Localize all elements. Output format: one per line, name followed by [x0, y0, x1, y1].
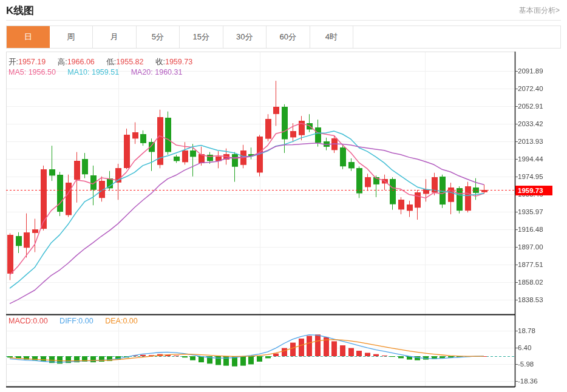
- page-title: K线图: [6, 4, 34, 18]
- price-axis-label: 1858.02: [518, 278, 554, 286]
- diff-value: 0.00: [78, 317, 93, 325]
- tab-bar-filler: [353, 26, 560, 48]
- close-value: 1959.73: [165, 58, 192, 66]
- tab-5-idle[interactable]: 30分: [223, 26, 267, 48]
- interval-tab-bar: 日周月5分15分30分60分4时: [6, 25, 561, 49]
- macd-value: 0.00: [33, 317, 47, 325]
- ma20-value: 1960.31: [155, 68, 182, 76]
- ma5-label: MA5:: [8, 68, 26, 76]
- ma-readout: MA5: 1956.50 MA10: 1959.51 MA20: 1960.31: [8, 68, 182, 76]
- high-label: 高:: [58, 58, 67, 66]
- open-value: 1957.19: [18, 58, 46, 66]
- tab-6-idle[interactable]: 60分: [267, 26, 310, 48]
- macd-axis-label: 18.78: [518, 326, 554, 335]
- ma10-value: 1959.51: [92, 68, 119, 76]
- price-axis-label: 2033.42: [518, 120, 554, 128]
- tab-4-idle[interactable]: 15分: [180, 26, 223, 48]
- tab-3-idle[interactable]: 5分: [137, 26, 180, 48]
- kline-widget: K线图 基本面分析> 日周月5分15分30分60分4时 开:1957.19 高:…: [0, 0, 567, 392]
- price-axis-label: 2013.93: [518, 137, 554, 146]
- diff-label: DIFF:: [59, 317, 78, 325]
- ohlc-readout: 开:1957.19 高:1966.06 低:1955.82 收:1959.73: [8, 57, 192, 67]
- tab-7-idle[interactable]: 4时: [310, 26, 354, 48]
- price-axis-label: 1935.97: [518, 208, 554, 216]
- tab-2-idle[interactable]: 月: [93, 26, 137, 48]
- close-label: 收:: [155, 58, 165, 66]
- price-axis-label: 1974.95: [518, 172, 554, 181]
- price-axis-label: 2091.89: [518, 67, 554, 75]
- dea-value: 0.00: [123, 317, 137, 325]
- macd-axis-label: 6.40: [518, 343, 554, 352]
- ma20-label: MA20:: [131, 68, 153, 76]
- low-value: 1955.82: [116, 58, 143, 66]
- open-label: 开:: [8, 58, 18, 66]
- ma5-value: 1956.50: [29, 68, 56, 76]
- price-axis-label: 2052.91: [518, 102, 554, 110]
- high-value: 1966.06: [67, 58, 95, 66]
- tab-0-active[interactable]: 日: [7, 26, 50, 48]
- macd-axis-label: -18.36: [518, 377, 554, 385]
- dea-label: DEA:: [105, 317, 123, 325]
- tab-1-idle[interactable]: 周: [50, 26, 93, 48]
- price-axis-label: 2072.40: [518, 84, 554, 93]
- price-axis-label: 1877.51: [518, 260, 554, 269]
- price-axis-label: 1994.44: [518, 155, 554, 163]
- last-price-badge: 1959.73: [515, 186, 552, 195]
- low-label: 低:: [106, 58, 116, 66]
- header-divider: [6, 20, 561, 21]
- ma10-label: MA10:: [67, 68, 89, 76]
- macd-axis-label: -5.98: [518, 360, 554, 368]
- fundamental-analysis-link[interactable]: 基本面分析>: [519, 5, 560, 16]
- macd-readout: MACD:0.00 DIFF:0.00 DEA:0.00: [8, 317, 138, 325]
- macd-label: MACD:: [8, 317, 33, 325]
- price-axis-label: 1916.48: [518, 225, 554, 234]
- price-axis-label: 1838.53: [518, 296, 554, 304]
- price-axis-label: 1897.00: [518, 243, 554, 251]
